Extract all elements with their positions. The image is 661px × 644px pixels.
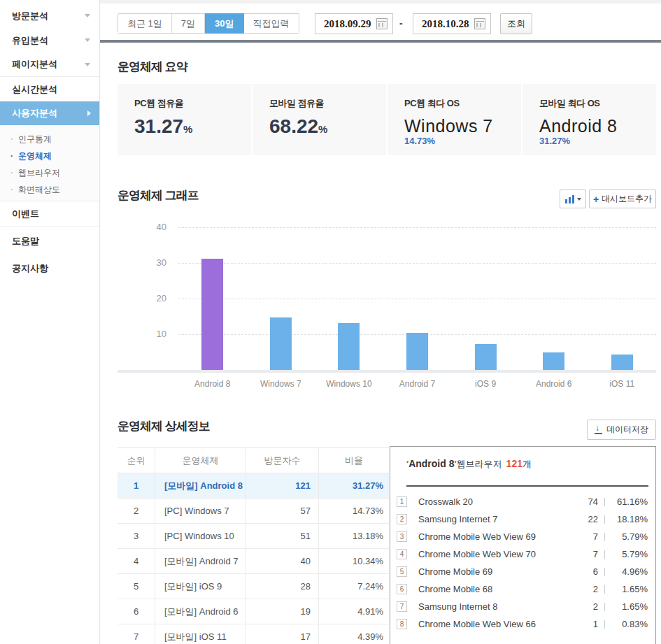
popup-count-suffix: 개 <box>523 459 532 469</box>
range-button-recent-1d[interactable]: 최근 1일 <box>118 14 172 33</box>
popup-rank-badge: 5 <box>397 566 407 577</box>
popup-row: 8Chrome Mobile Web View 6610.83% <box>397 615 648 633</box>
popup-rank-badge: 6 <box>397 584 407 594</box>
summary-card-2: PC웹 최다 OSWindows 714.73% <box>388 84 521 155</box>
date-from-field[interactable]: 2018.09.29 <box>315 13 393 34</box>
bar-column <box>315 227 383 370</box>
cell-os: [모바일] Android 8 <box>155 473 246 498</box>
bar-ios-11[interactable] <box>611 355 633 370</box>
summary-card-1: 모바일 점유율68.22% <box>253 84 386 155</box>
main-content: 최근 1일7일30일직접입력 2018.09.29 - 2018.10.28 조… <box>100 0 661 644</box>
popup-row: 5Chrome Mobile 6964.96% <box>397 563 648 580</box>
calendar-icon[interactable] <box>376 18 388 29</box>
bar-android-8[interactable] <box>201 259 223 370</box>
table-row[interactable]: 2[PC] Windows 75714.73% <box>118 499 389 524</box>
cell-rank: 6 <box>118 599 155 624</box>
summary-card-unit: % <box>183 123 192 135</box>
y-tick-label: 40 <box>118 222 166 232</box>
sidebar-subitem-label: 화면해상도 <box>18 184 60 196</box>
sidebar-subitem-os[interactable]: ·운영체제 <box>0 148 99 164</box>
popup-browser-name: Chrome Mobile Web View 70 <box>418 549 574 559</box>
browser-detail-popup: ′Android 8′웹브라우저121개 1Crosswalk 207461.1… <box>390 446 656 644</box>
popup-title-text: 웹브라우저 <box>457 459 502 469</box>
sidebar-item-label: 실시간분석 <box>12 83 57 96</box>
cell-os: [모바일] iOS 11 <box>155 624 246 644</box>
sidebar-item-user[interactable]: 사용자분석 <box>0 101 99 125</box>
date-to-field[interactable]: 2018.10.28 <box>413 13 491 34</box>
popup-browser-name: Chrome Mobile Web View 66 <box>418 619 574 629</box>
range-button-custom[interactable]: 직접입력 <box>244 14 299 33</box>
bar-chart-icon <box>569 197 571 203</box>
table-row[interactable]: 5[모바일] iOS 9287.24% <box>118 574 389 599</box>
cell-ratio: 13.18% <box>319 524 389 548</box>
chart-type-button[interactable] <box>560 189 586 208</box>
save-data-button[interactable]: 데이터저장 <box>587 420 656 440</box>
analytics-page: 방문분석유입분석페이지분석실시간분석사용자분석 ·인구통계·운영체제·웹브라우저… <box>0 0 661 644</box>
sidebar-subitem-resolution[interactable]: ·화면해상도 <box>0 181 99 198</box>
table-row[interactable]: 7[모바일] iOS 11174.39% <box>118 624 389 644</box>
column-header: 운영체제 <box>155 448 246 473</box>
bar-windows-10[interactable] <box>338 323 360 370</box>
table-row[interactable]: 3[PC] Windows 105113.18% <box>118 524 389 549</box>
sidebar-item-label: 사용자분석 <box>12 107 57 120</box>
sidebar-item-visit[interactable]: 방문분석 <box>0 3 99 28</box>
sidebar-item-label: 이벤트 <box>12 208 39 220</box>
cell-visitors: 121 <box>246 473 319 498</box>
bar-column <box>383 227 452 370</box>
sidebar-item-inflow[interactable]: 유입분석 <box>0 28 99 52</box>
cell-os: [PC] Windows 7 <box>155 499 246 523</box>
cell-rank: 7 <box>118 624 155 644</box>
table-row[interactable]: 4[모바일] Android 74010.34% <box>118 549 389 574</box>
detail-section-title: 운영체제 상세정보 <box>118 418 210 434</box>
summary-card-label: PC웹 점유율 <box>134 97 251 110</box>
cell-rank: 1 <box>118 473 155 498</box>
column-header: 순위 <box>118 448 155 473</box>
popup-row: 4Chrome Mobile Web View 7075.79% <box>397 545 648 563</box>
search-button[interactable]: 조회 <box>500 13 532 34</box>
category-label: Android 6 <box>520 379 588 389</box>
bar-windows-7[interactable] <box>270 317 292 370</box>
popup-browser-ratio: 61.16% <box>611 496 648 507</box>
sidebar-item-realtime[interactable]: 실시간분석 <box>0 77 99 101</box>
popup-browser-ratio: 1.65% <box>611 584 648 594</box>
range-button-30d[interactable]: 30일 <box>205 13 243 34</box>
cell-ratio: 4.91% <box>319 599 389 624</box>
category-label: Windows 7 <box>247 379 315 389</box>
sidebar-subitem-demographics[interactable]: ·인구통계 <box>0 131 99 148</box>
calendar-icon[interactable] <box>474 18 485 29</box>
add-dashboard-button[interactable]: + 대시보드추가 <box>589 189 656 208</box>
range-button-7d[interactable]: 7일 <box>172 14 205 33</box>
sidebar-item-notice[interactable]: 공지사항 <box>0 256 99 281</box>
popup-row: 2Samsung Internet 72218.18% <box>397 510 648 528</box>
y-tick-label: 30 <box>118 257 166 268</box>
cell-visitors: 17 <box>246 624 319 644</box>
table-row[interactable]: 1[모바일] Android 812131.27% <box>118 473 389 499</box>
date-range-button-group: 최근 1일7일30일직접입력 <box>118 13 299 34</box>
column-header: 비율 <box>319 448 389 473</box>
popup-row: 3Chrome Mobile Web View 6975.79% <box>397 528 648 545</box>
bar-android-7[interactable] <box>406 333 428 370</box>
popup-rank-badge: 3 <box>397 531 407 542</box>
column-header: 방문자수 <box>246 448 319 473</box>
sidebar-item-label: 유입분석 <box>12 34 48 47</box>
sidebar-item-label: 페이지분석 <box>12 58 57 71</box>
bar-ios-9[interactable] <box>475 344 497 370</box>
category-label: Android 7 <box>383 379 452 389</box>
summary-card-value: 68.22% <box>269 115 386 138</box>
sidebar-subitem-label: 웹브라우저 <box>18 167 60 179</box>
summary-card-percent: 14.73% <box>404 136 435 146</box>
sidebar-item-help[interactable]: 도움말 <box>0 227 99 256</box>
cell-visitors: 40 <box>246 549 319 573</box>
sidebar-item-page[interactable]: 페이지분석 <box>0 52 99 77</box>
cell-visitors: 19 <box>246 599 319 624</box>
sidebar-item-event[interactable]: 이벤트 <box>0 201 99 227</box>
popup-title: ′Android 8′웹브라우저121개 <box>406 458 532 471</box>
summary-card-0: PC웹 점유율31.27% <box>118 84 251 155</box>
popup-browser-count: 2 <box>574 584 598 594</box>
popup-browser-count: 7 <box>574 531 598 542</box>
bar-android-6[interactable] <box>543 352 564 370</box>
bar-chart-icon <box>565 199 567 203</box>
table-row[interactable]: 6[모바일] Android 6194.91% <box>118 599 389 624</box>
sidebar-item-label: 도움말 <box>12 235 39 248</box>
sidebar-subitem-browser[interactable]: ·웹브라우저 <box>0 164 99 181</box>
